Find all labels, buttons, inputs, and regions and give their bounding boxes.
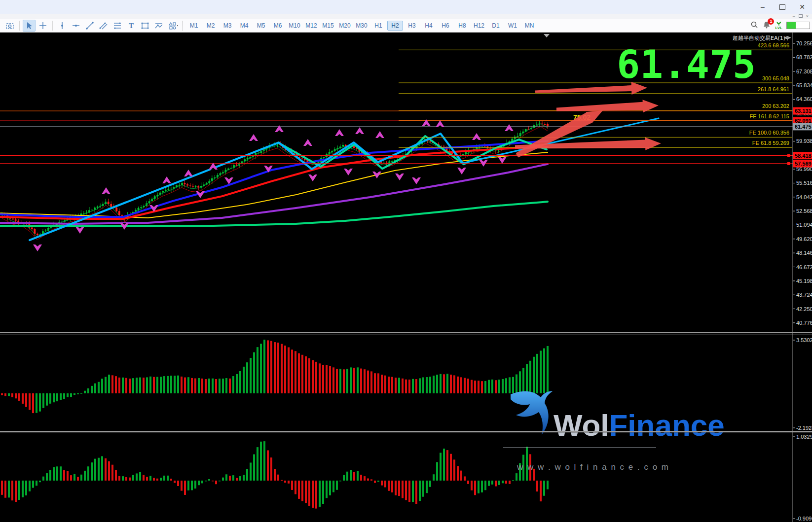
toolbar-separator xyxy=(19,21,20,31)
axis-tick-label: 55.516 xyxy=(796,180,812,186)
tool-horizontal-line[interactable] xyxy=(70,20,82,32)
chart-minimize-button[interactable]: – xyxy=(793,14,795,19)
fib-level-label: 200 63.202 xyxy=(762,103,789,109)
level-icon[interactable]: LVL xyxy=(775,22,782,30)
timeframe-H8[interactable]: H8 xyxy=(454,21,470,31)
toolbar-separator xyxy=(52,21,53,31)
drawing-tools-group: T xyxy=(3,20,180,32)
timeframe-M4[interactable]: M4 xyxy=(236,21,252,31)
tool-trendline[interactable] xyxy=(83,20,96,32)
axis-tick-label: 40.776 xyxy=(796,320,812,326)
toolbar-separator xyxy=(182,21,183,31)
axis-tick-label: 59.938 xyxy=(796,138,812,144)
fib-level-label: FE 100.0 60.356 xyxy=(749,130,789,136)
line-handle[interactable] xyxy=(787,154,790,157)
line-handle[interactable] xyxy=(787,162,790,165)
axis-tick-label: 43.724 xyxy=(796,292,812,298)
axis-tick-label: 48.146 xyxy=(796,250,812,256)
axis-tick-label: 49.620 xyxy=(796,236,812,242)
axis-tick-label: 70.256 xyxy=(796,40,812,46)
chart-background xyxy=(0,33,812,522)
timeframe-M2[interactable]: M2 xyxy=(203,21,219,31)
tool-wave-tool[interactable] xyxy=(152,20,165,32)
timeframe-MN[interactable]: MN xyxy=(521,21,537,31)
tool-channel[interactable] xyxy=(97,20,110,32)
fib-level-label: 261.8 64.961 xyxy=(758,86,789,92)
price-tag-value: 63.131 xyxy=(795,108,812,114)
timeframe-D1[interactable]: D1 xyxy=(488,21,504,31)
window-close-button[interactable]: ✕ xyxy=(792,1,812,13)
price-tag-value: 62.091 xyxy=(795,118,812,124)
level-progress-bar xyxy=(786,22,810,29)
watermark-brand: WolFinance xyxy=(554,408,725,442)
price-tag-value: 58.418 xyxy=(795,153,812,159)
search-icon[interactable] xyxy=(750,21,758,31)
window-restore-button[interactable] xyxy=(773,1,792,13)
axis-tick-label: 1.03290 xyxy=(796,434,812,440)
chart-restore-button[interactable] xyxy=(799,14,803,19)
tool-screenshot[interactable] xyxy=(3,20,16,32)
toolbar-right-group: 1 LVL xyxy=(750,21,811,31)
timeframe-H6[interactable]: H6 xyxy=(438,21,453,31)
fib-level-label: 300 65.048 xyxy=(762,75,789,81)
tool-crosshair[interactable] xyxy=(37,20,49,32)
axis-tick-label: -2.1928 xyxy=(796,425,812,431)
big-price-display: 61.475 xyxy=(617,42,756,87)
timeframe-H4[interactable]: H4 xyxy=(421,21,437,31)
restore-icon xyxy=(799,14,803,18)
timeframe-H3[interactable]: H3 xyxy=(404,21,420,31)
timeframe-M1[interactable]: M1 xyxy=(186,21,202,31)
timeframes-group: M1M2M3M4M5M6M10M12M15M20M30H1H2H3H4H6H8H… xyxy=(185,21,538,31)
fib-level-label: FE 161.8 62.115 xyxy=(749,113,789,119)
timeframe-M10[interactable]: M10 xyxy=(287,21,302,31)
chart-window-strip: – × xyxy=(0,14,812,19)
axis-tick-label: -0.90901 xyxy=(796,516,812,522)
tool-equidistant-lines[interactable] xyxy=(111,20,124,32)
timeframe-M12[interactable]: M12 xyxy=(303,21,319,31)
axis-tick-label: 64.360 xyxy=(796,96,812,102)
timeframe-M30[interactable]: M30 xyxy=(354,21,369,31)
axis-tick-label: 3.5302 xyxy=(796,337,812,343)
price-tag-value: 57.569 xyxy=(795,161,812,167)
axis-tick-label: 67.308 xyxy=(796,69,812,74)
svg-text:T: T xyxy=(129,22,134,30)
chart-close-button[interactable]: × xyxy=(806,14,809,19)
ea-title-label: 超越半自动交易EA(1) xyxy=(733,35,785,41)
axis-tick-label: 42.250 xyxy=(796,306,812,312)
timeframe-M5[interactable]: M5 xyxy=(253,21,269,31)
timeframe-M3[interactable]: M3 xyxy=(220,21,235,31)
axis-tick-label: 54.042 xyxy=(796,194,812,200)
axis-tick-label: 45.198 xyxy=(796,278,812,284)
tool-shapes-dropdown[interactable] xyxy=(166,20,179,32)
timeframe-W1[interactable]: W1 xyxy=(505,21,520,31)
tool-cursor[interactable] xyxy=(23,20,36,32)
window-minimize-button[interactable]: – xyxy=(753,1,773,13)
axis-tick-label: 51.094 xyxy=(796,222,812,228)
axis-tick-label: 65.834 xyxy=(796,82,812,88)
main-toolbar: T M1M2M3M4M5M6M10M12M15M20M30H1H2H3H4H6H… xyxy=(0,19,812,33)
restore-icon xyxy=(779,4,785,10)
axis-tick-label: 68.782 xyxy=(796,54,812,60)
timeframe-H1[interactable]: H1 xyxy=(370,21,386,31)
tool-rectangle[interactable] xyxy=(139,20,151,32)
axis-tick-label: 46.672 xyxy=(796,264,812,270)
tool-vertical-line[interactable] xyxy=(56,20,69,32)
timeframe-M6[interactable]: M6 xyxy=(270,21,286,31)
tool-text[interactable]: T xyxy=(125,20,138,32)
timeframe-H12[interactable]: H12 xyxy=(471,21,487,31)
notification-badge: 1 xyxy=(768,18,774,25)
watermark-url: w w w . w o l f i n a n c e . c o m xyxy=(517,462,669,472)
fib-level-label: 423.6 69.566 xyxy=(758,42,789,48)
notifications-icon[interactable]: 1 xyxy=(763,21,771,31)
fib-level-label: FE 61.8 59.269 xyxy=(752,140,789,146)
window-titlebar: – ✕ xyxy=(0,0,812,14)
timeframe-M15[interactable]: M15 xyxy=(320,21,336,31)
timeframe-H2[interactable]: H2 xyxy=(387,21,403,31)
timeframe-M20[interactable]: M20 xyxy=(337,21,353,31)
price-tag-value: 61.475 xyxy=(795,124,812,130)
axis-tick-label: 52.568 xyxy=(796,208,812,214)
chart-canvas[interactable]: 423.6 69.566300 65.048261.8 64.961200 63… xyxy=(0,33,812,522)
